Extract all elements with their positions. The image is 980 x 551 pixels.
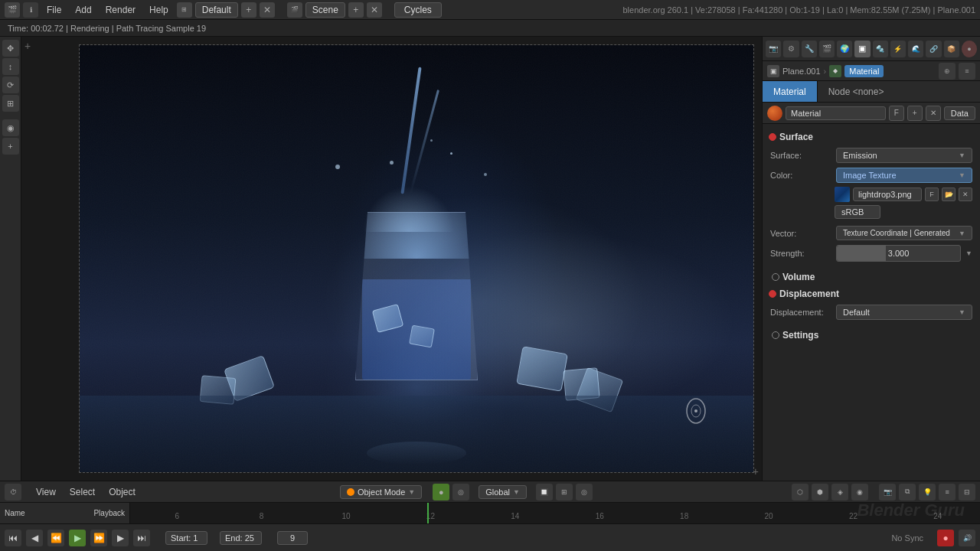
surface-section-header[interactable]: Surface — [767, 129, 975, 145]
menu-render[interactable]: Render — [100, 3, 141, 17]
tab-row: Material Node <none> — [763, 81, 980, 103]
colorspace-value[interactable]: sRGB — [835, 205, 880, 219]
vector-prop-value[interactable]: Texture Coordinate | Generated ▼ — [836, 226, 972, 240]
close-scene-icon[interactable]: ✕ — [367, 2, 382, 18]
timeline-area: Name Playback 6 8 10 12 14 16 18 20 22 2… — [0, 503, 980, 523]
prev-frame-btn[interactable]: ◀ — [26, 530, 43, 546]
surface-prop-value[interactable]: Emission ▼ — [836, 148, 972, 163]
snap-icon[interactable]: 🔲 — [536, 484, 553, 500]
version-info: blender.org 260.1 | Ve:278058 | Fa:44128… — [623, 5, 976, 15]
material-add-btn[interactable]: + — [907, 106, 923, 121]
start-frame-input[interactable]: Start: 1 — [165, 531, 207, 545]
add-layout-icon[interactable]: + — [241, 2, 256, 18]
panel-icon-physics[interactable]: 🌊 — [908, 41, 923, 57]
render-bg — [80, 45, 753, 472]
close-layout-icon[interactable]: ✕ — [260, 2, 275, 18]
main-area: ✥ ↕ ⟳ ⊞ ◉ + + + — [0, 37, 980, 481]
record-btn[interactable]: ● — [937, 530, 954, 546]
timeline-icon[interactable]: ⏱ — [5, 484, 21, 500]
color-dropdown-arrow: ▼ — [959, 171, 965, 179]
panel-icon-modifier[interactable]: 🔩 — [873, 41, 888, 57]
settings-section-header[interactable]: Settings — [767, 327, 975, 344]
smooth-btn[interactable]: ◎ — [452, 484, 469, 500]
tool-select-box[interactable]: ◉ — [2, 119, 19, 136]
snap-btn[interactable]: ⊞ — [556, 484, 573, 500]
jump-start-btn[interactable]: ⏮ — [5, 530, 21, 546]
panel-icon-material[interactable]: ● — [962, 41, 977, 57]
settings-collapse-icon — [772, 331, 779, 339]
material-f-btn[interactable]: F — [889, 106, 904, 121]
playhead[interactable] — [427, 503, 429, 523]
panel-icon-constraints[interactable]: 🔗 — [926, 41, 941, 57]
panel-icon-output[interactable]: ⚙ — [783, 41, 799, 57]
texture-f-btn[interactable]: F — [925, 187, 939, 201]
material-remove-btn[interactable]: ✕ — [926, 106, 941, 121]
timeline-track[interactable]: 6 8 10 12 14 16 18 20 22 24 — [130, 503, 980, 523]
tool-rotate[interactable]: ⟳ — [2, 77, 19, 93]
displacement-section-header[interactable]: Displacement — [767, 285, 975, 302]
tab-node[interactable]: Node <none> — [818, 81, 980, 102]
collapse-btn[interactable]: ⊟ — [959, 484, 975, 500]
panel-icon-scene[interactable]: 🎬 — [819, 41, 835, 57]
panel-icon-world[interactable]: 🌍 — [837, 41, 852, 57]
object-mode-selector[interactable]: Object Mode ▼ — [340, 485, 422, 499]
overlay-btn[interactable]: ≡ — [939, 484, 956, 500]
next-frame-btn[interactable]: ▶ — [112, 530, 129, 546]
current-frame-input[interactable]: 9 — [277, 531, 308, 545]
bottom-select-menu[interactable]: Select — [64, 485, 100, 499]
menu-add[interactable]: Add — [70, 3, 96, 17]
color-prop-value[interactable]: Image Texture ▼ — [836, 168, 972, 183]
global-selector[interactable]: Global ▼ — [479, 485, 527, 499]
play-btn[interactable]: ▶ — [69, 530, 86, 546]
texture-browse-btn[interactable]: 📂 — [942, 187, 956, 201]
next-keyframe-btn[interactable]: ⏩ — [90, 530, 107, 546]
audio-btn[interactable]: 🔊 — [959, 530, 975, 546]
strength-slider[interactable]: 3.000 — [836, 245, 961, 262]
tick-18: 18 — [642, 512, 726, 520]
camera-btn[interactable]: 📷 — [879, 484, 896, 500]
material-data-btn[interactable]: Data — [944, 106, 975, 120]
bottom-object-menu[interactable]: Object — [103, 485, 141, 499]
playback-bar: ⏮ ◀ ⏪ ▶ ⏩ ▶ ⏭ Start: 1 End: 25 9 No Sync… — [0, 523, 980, 551]
shading-btn[interactable]: 💡 — [919, 484, 936, 500]
view-material-btn[interactable]: ◈ — [831, 484, 848, 500]
layers-btn[interactable]: ⧉ — [899, 484, 916, 500]
menu-file[interactable]: File — [41, 3, 67, 17]
render-btn[interactable]: ● — [433, 484, 449, 500]
layout-selector[interactable]: Default — [195, 2, 238, 18]
bottom-view-menu[interactable]: View — [31, 485, 61, 499]
viewport[interactable]: + + — [21, 37, 762, 481]
panel-icon-render[interactable]: 📷 — [766, 41, 781, 57]
view-wireframe-btn[interactable]: ⬡ — [792, 484, 808, 500]
texture-filename[interactable]: lightdrop3.png — [853, 187, 922, 201]
scene-selector[interactable]: Scene — [305, 2, 345, 18]
menu-help[interactable]: Help — [144, 3, 174, 17]
panel-icon-data[interactable]: 📦 — [944, 41, 959, 57]
volume-section-label: Volume — [782, 272, 815, 282]
tab-material[interactable]: Material — [763, 81, 818, 102]
proportional-btn[interactable]: ◎ — [576, 484, 593, 500]
material-name-input[interactable]: Material — [786, 106, 886, 120]
texture-remove-btn[interactable]: ✕ — [959, 187, 972, 201]
view-solid-btn[interactable]: ⬢ — [812, 484, 828, 500]
render-preview — [79, 44, 754, 473]
jump-end-btn[interactable]: ⏭ — [133, 530, 150, 546]
panel-expand-icon[interactable]: ⊕ — [939, 63, 956, 80]
panel-icon-object[interactable]: ▣ — [854, 41, 870, 57]
volume-collapse-icon — [772, 273, 779, 281]
breadcrumb-material[interactable]: Material — [844, 65, 884, 77]
tool-move[interactable]: ↕ — [2, 58, 19, 75]
view-render-btn[interactable]: ◉ — [851, 484, 868, 500]
tool-scale[interactable]: ⊞ — [2, 95, 19, 112]
panel-icon-view-layer[interactable]: 🔧 — [802, 41, 817, 57]
panel-icon-particles[interactable]: ⚡ — [890, 41, 906, 57]
panel-options-icon[interactable]: ≡ — [959, 63, 975, 80]
tool-cursor[interactable]: ✥ — [2, 40, 19, 57]
volume-section-header[interactable]: Volume — [767, 269, 975, 285]
render-engine-selector[interactable]: Cycles — [394, 2, 442, 18]
displacement-prop-value[interactable]: Default ▼ — [836, 305, 972, 320]
tool-add[interactable]: + — [2, 138, 19, 155]
prev-keyframe-btn[interactable]: ⏪ — [47, 530, 64, 546]
add-scene-icon[interactable]: + — [348, 2, 364, 18]
end-frame-input[interactable]: End: 25 — [220, 531, 262, 545]
